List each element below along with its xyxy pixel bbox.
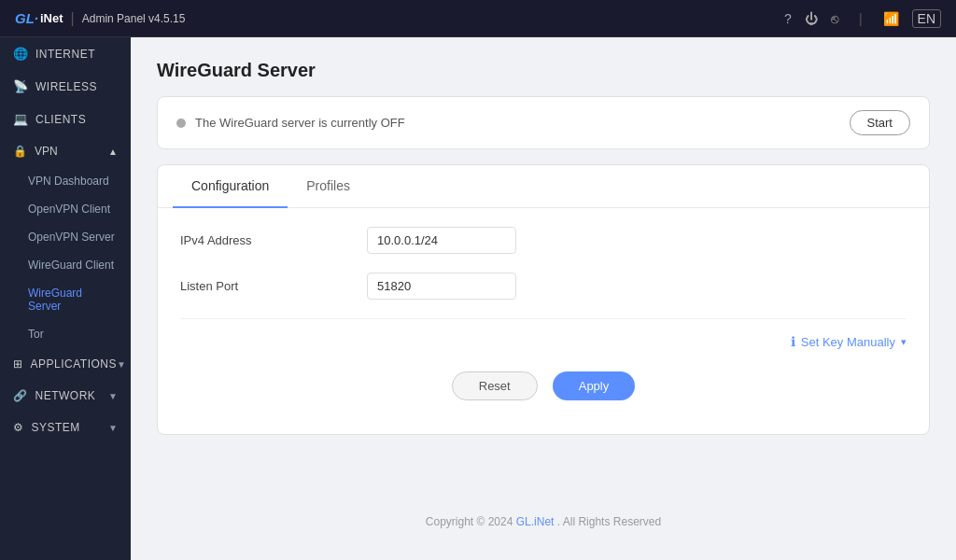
footer-link[interactable]: GL.iNet (516, 515, 555, 528)
set-key-row: ℹ Set Key Manually ▾ (180, 334, 907, 364)
start-button[interactable]: Start (850, 110, 910, 135)
sidebar-item-vpn-dashboard[interactable]: VPN Dashboard (0, 167, 131, 195)
logo: GL·iNet (15, 10, 63, 26)
sidebar-item-applications[interactable]: ⊞ APPLICATIONS ▼ (0, 348, 131, 380)
exit-icon[interactable]: ⎋ (831, 11, 838, 26)
footer-text: Copyright © 2024 (426, 515, 513, 528)
topbar-actions: ? ⏻ ⎋ | 📶 EN (784, 9, 941, 28)
system-icon: ⚙ (13, 421, 24, 434)
form-actions: Reset Apply (180, 364, 907, 415)
sidebar-label-wireless: WIRELESS (35, 80, 97, 93)
form-row-ipv4: IPv4 Address (180, 227, 907, 254)
network-icon: 🔗 (13, 389, 28, 402)
chevron-down-icon3: ▼ (108, 423, 118, 433)
apps-icon: ⊞ (13, 357, 23, 371)
tabs: Configuration Profiles (158, 165, 929, 208)
sidebar: 🌐 INTERNET 📡 WIRELESS 💻 CLIENTS 🔒 VPN ▲ … (0, 37, 131, 560)
status-text: The WireGuard server is currently OFF (195, 116, 405, 130)
ipv4-input[interactable] (367, 227, 516, 254)
page-title: WireGuard Server (157, 60, 930, 81)
sidebar-label-internet: INTERNET (35, 48, 95, 61)
chevron-up-icon: ▲ (108, 147, 118, 157)
sidebar-item-vpn[interactable]: 🔒 VPN ▲ (0, 135, 131, 167)
wireless-icon: 📡 (13, 79, 28, 93)
wifi-icon[interactable]: 📶 (883, 11, 899, 26)
info-icon: ℹ (791, 334, 795, 349)
topbar: GL·iNet | Admin Panel v4.5.15 ? ⏻ ⎋ | 📶 … (0, 0, 956, 37)
sidebar-label-applications: APPLICATIONS (31, 357, 117, 371)
port-input[interactable] (367, 273, 516, 300)
topbar-divider: | (71, 10, 75, 27)
main-content: WireGuard Server The WireGuard server is… (131, 37, 956, 560)
sidebar-label-system: SYSTEM (32, 421, 80, 434)
form-divider (180, 318, 907, 319)
sidebar-item-network[interactable]: 🔗 NETWORK ▼ (0, 380, 131, 412)
form-row-port: Listen Port (180, 273, 907, 300)
tab-configuration[interactable]: Configuration (173, 165, 288, 208)
globe-icon: 🌐 (13, 47, 28, 61)
help-icon[interactable]: ? (784, 11, 792, 26)
set-key-label: Set Key Manually (801, 335, 895, 349)
vpn-submenu: VPN Dashboard OpenVPN Client OpenVPN Ser… (0, 167, 131, 348)
chevron-down-icon2: ▼ (108, 391, 118, 401)
footer-suffix: . All Rights Reserved (557, 515, 661, 528)
chevron-down-icon4: ▾ (901, 336, 907, 348)
topbar-title: Admin Panel v4.5.15 (82, 12, 186, 25)
sidebar-label-clients: CLIENTS (35, 113, 86, 126)
sidebar-item-internet[interactable]: 🌐 INTERNET (0, 37, 131, 70)
config-card: Configuration Profiles IPv4 Address List… (157, 164, 930, 435)
form-content: IPv4 Address Listen Port ℹ Set Key Manua… (158, 208, 929, 434)
sidebar-item-clients[interactable]: 💻 CLIENTS (0, 103, 131, 135)
apply-button[interactable]: Apply (553, 371, 636, 400)
layout: 🌐 INTERNET 📡 WIRELESS 💻 CLIENTS 🔒 VPN ▲ … (0, 37, 956, 560)
status-dot (176, 119, 186, 128)
status-left: The WireGuard server is currently OFF (176, 116, 405, 130)
clients-icon: 💻 (13, 112, 28, 126)
sidebar-item-system[interactable]: ⚙ SYSTEM ▼ (0, 412, 131, 443)
port-label: Listen Port (180, 279, 367, 293)
sidebar-item-wireguard-server[interactable]: WireGuard Server (0, 279, 131, 320)
sidebar-item-tor[interactable]: Tor (0, 320, 131, 348)
sidebar-label-network: NETWORK (35, 389, 96, 402)
footer: Copyright © 2024 GL.iNet . All Rights Re… (157, 506, 930, 538)
tab-profiles[interactable]: Profiles (288, 165, 369, 208)
power-icon[interactable]: ⏻ (805, 11, 818, 26)
sidebar-label-vpn: VPN (35, 145, 58, 158)
chevron-down-icon: ▼ (117, 359, 126, 370)
sidebar-item-openvpn-client[interactable]: OpenVPN Client (0, 195, 131, 223)
set-key-manually-link[interactable]: ℹ Set Key Manually ▾ (791, 334, 907, 349)
status-banner: The WireGuard server is currently OFF St… (157, 96, 930, 149)
topbar-divider2: | (859, 11, 863, 26)
reset-button[interactable]: Reset (452, 371, 538, 400)
lang-selector[interactable]: EN (912, 9, 941, 28)
sidebar-item-wireless[interactable]: 📡 WIRELESS (0, 70, 131, 103)
sidebar-item-openvpn-server[interactable]: OpenVPN Server (0, 223, 131, 251)
ipv4-label: IPv4 Address (180, 233, 367, 247)
sidebar-item-wireguard-client[interactable]: WireGuard Client (0, 251, 131, 279)
vpn-icon: 🔒 (13, 145, 27, 158)
